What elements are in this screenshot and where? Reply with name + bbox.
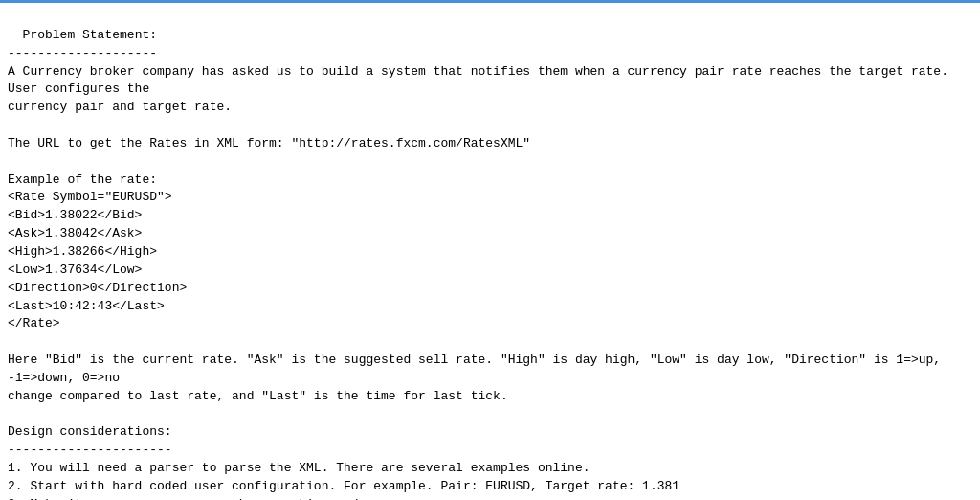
- problem-text: Problem Statement: -------------------- …: [8, 28, 978, 500]
- main-content: Problem Statement: -------------------- …: [0, 3, 980, 500]
